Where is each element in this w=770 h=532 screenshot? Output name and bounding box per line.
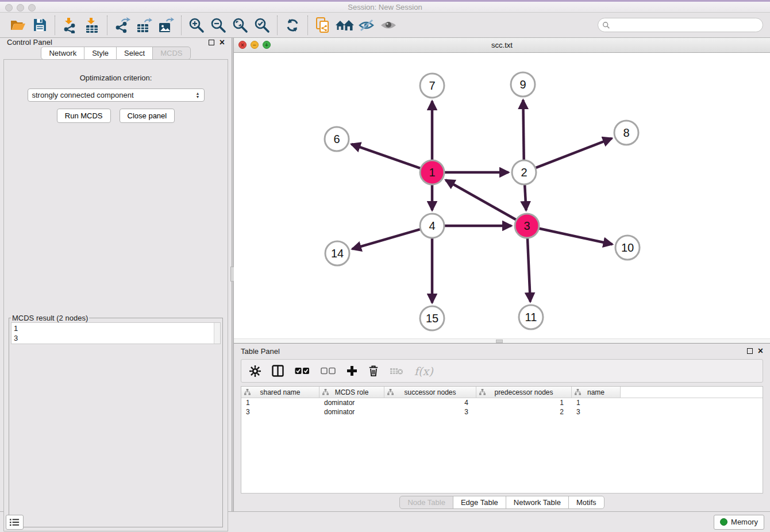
tab-style[interactable]: Style — [84, 47, 117, 60]
edge-4-14[interactable] — [352, 229, 421, 249]
graph-node-11[interactable]: 11 — [519, 305, 543, 329]
zoom-in-button[interactable] — [186, 15, 207, 36]
search-input[interactable] — [610, 21, 759, 29]
export-network-icon — [114, 17, 130, 33]
float-table-panel-icon[interactable] — [747, 348, 753, 354]
cell-shared-name[interactable]: 1 — [241, 398, 319, 407]
graph-node-3[interactable]: 3 — [515, 214, 539, 238]
tab-network-table[interactable]: Network Table — [506, 496, 569, 509]
column-header-predecessor-nodes[interactable]: predecessor nodes — [476, 387, 572, 398]
graph-node-14[interactable]: 14 — [325, 241, 349, 265]
cell-MCDS-role[interactable]: dominator — [319, 407, 384, 417]
criterion-select[interactable]: strongly connected component ▲▼ — [28, 88, 205, 102]
import-table-button[interactable] — [81, 15, 103, 36]
network-hscroll-thumb[interactable] — [496, 340, 503, 343]
deselect-all-button[interactable] — [321, 367, 336, 375]
table-row[interactable]: 3dominator323 — [241, 407, 763, 417]
maximize-window-button[interactable] — [28, 4, 36, 11]
search-icon — [602, 21, 610, 29]
export-image-button[interactable] — [155, 15, 177, 36]
close-window-button[interactable] — [5, 4, 13, 11]
edge-3-10[interactable] — [539, 228, 613, 244]
cell-MCDS-role[interactable]: dominator — [319, 398, 384, 407]
network-window: × − + scc.txt 7968124314101511 — [234, 38, 770, 344]
table-row[interactable]: 1dominator411 — [241, 398, 763, 407]
hide-selected-button[interactable] — [356, 15, 378, 36]
memory-button[interactable]: Memory — [714, 515, 764, 530]
node-table: shared nameMCDS rolesuccessor nodesprede… — [241, 386, 763, 494]
run-mcds-button[interactable]: Run MCDS — [57, 109, 111, 123]
tab-mcds[interactable]: MCDS — [152, 47, 190, 60]
export-table-button[interactable] — [133, 15, 155, 36]
edge-3-1[interactable] — [446, 180, 517, 219]
edge-2-8[interactable] — [536, 138, 612, 168]
tab-network[interactable]: Network — [41, 47, 84, 60]
graph-node-7[interactable]: 7 — [420, 74, 444, 98]
toggle-column-panel-button[interactable] — [272, 365, 284, 377]
result-scrollbar[interactable] — [214, 323, 220, 344]
cell-name[interactable]: 3 — [572, 407, 621, 417]
zoom-selected-button[interactable] — [251, 15, 273, 36]
apply-layout-button[interactable] — [282, 15, 303, 36]
graph-node-8[interactable]: 8 — [614, 121, 638, 145]
close-panel-button[interactable]: Close panel — [120, 109, 175, 123]
column-header-name[interactable]: name — [572, 387, 621, 398]
first-neighbors-button[interactable] — [334, 15, 356, 36]
tab-node-table[interactable]: Node Table — [399, 496, 453, 509]
cell-name[interactable]: 1 — [572, 398, 621, 407]
column-header-successor-nodes[interactable]: successor nodes — [384, 387, 476, 398]
cell-successor-nodes[interactable]: 4 — [384, 398, 476, 407]
import-network-button[interactable] — [59, 15, 81, 36]
cell-predecessor-nodes[interactable]: 2 — [476, 407, 572, 417]
graph-node-15[interactable]: 15 — [420, 306, 444, 330]
save-session-button[interactable] — [29, 15, 51, 36]
edge-2-3[interactable] — [525, 184, 526, 210]
cell-shared-name[interactable]: 3 — [241, 407, 319, 417]
zoom-fit-button[interactable] — [229, 15, 251, 36]
export-network-button[interactable] — [111, 15, 133, 36]
minimize-window-button[interactable] — [17, 4, 24, 11]
delete-columns-button[interactable] — [368, 365, 379, 377]
show-all-button[interactable] — [378, 15, 399, 36]
network-canvas[interactable]: 7968124314101511 — [234, 53, 770, 343]
eye-icon — [380, 18, 397, 32]
graph-node-2[interactable]: 2 — [512, 160, 536, 184]
delete-table-icon — [390, 367, 403, 376]
open-session-button[interactable] — [7, 15, 29, 36]
tab-select[interactable]: Select — [116, 47, 153, 60]
network-close-button[interactable]: × — [238, 41, 247, 49]
zoom-out-button[interactable] — [207, 15, 229, 36]
hierarchy-icon — [387, 389, 394, 395]
network-minimize-button[interactable]: − — [251, 41, 259, 49]
float-panel-icon[interactable] — [209, 40, 214, 45]
refresh-icon — [285, 18, 300, 33]
graph-node-4[interactable]: 4 — [420, 214, 444, 238]
network-window-titlebar[interactable]: × − + scc.txt — [234, 38, 770, 53]
network-maximize-button[interactable]: + — [263, 41, 271, 49]
graph-node-9[interactable]: 9 — [511, 72, 535, 97]
task-history-button[interactable] — [6, 515, 24, 530]
close-table-panel-icon[interactable]: × — [758, 348, 763, 354]
export-image-icon — [158, 17, 174, 33]
close-panel-icon[interactable]: × — [220, 40, 225, 45]
column-header-shared-name[interactable]: shared name — [241, 387, 319, 398]
edge-2-9[interactable] — [523, 100, 523, 160]
column-header-MCDS-role[interactable]: MCDS role — [319, 387, 384, 398]
tab-edge-table[interactable]: Edge Table — [453, 496, 506, 509]
network-graph[interactable]: 7968124314101511 — [234, 53, 769, 344]
cell-successor-nodes[interactable]: 3 — [384, 407, 476, 417]
create-column-button[interactable] — [346, 365, 357, 376]
edge-1-6[interactable] — [351, 144, 421, 168]
edge-3-11[interactable] — [528, 238, 530, 302]
network-hscrollbar[interactable] — [234, 338, 770, 343]
cell-predecessor-nodes[interactable]: 1 — [476, 398, 572, 407]
mcds-result-text[interactable]: 1 3 — [11, 323, 214, 344]
table-settings-button[interactable] — [249, 365, 261, 377]
select-all-button[interactable] — [295, 367, 310, 375]
tab-motifs[interactable]: Motifs — [568, 496, 605, 509]
graph-node-10[interactable]: 10 — [615, 236, 640, 260]
clone-network-button[interactable] — [312, 15, 334, 36]
graph-node-6[interactable]: 6 — [325, 127, 349, 151]
graph-node-1[interactable]: 1 — [420, 160, 444, 184]
search-box[interactable] — [598, 18, 763, 32]
